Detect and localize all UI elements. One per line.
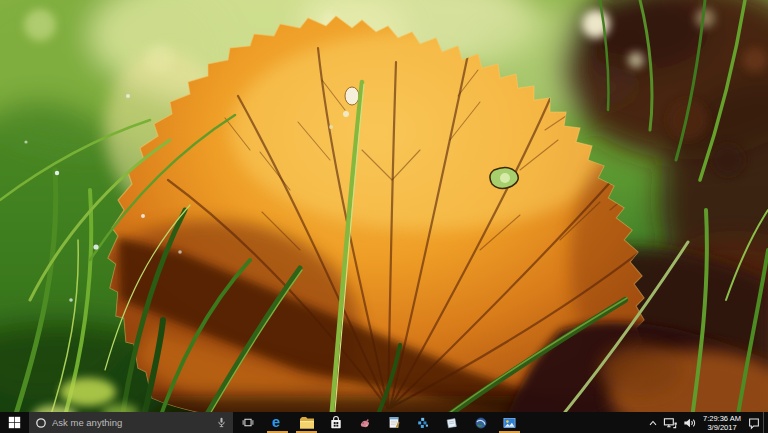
paint-3d-icon xyxy=(357,416,372,430)
desktop: e xyxy=(0,0,768,433)
network-button[interactable] xyxy=(661,412,680,433)
store-icon xyxy=(329,415,343,430)
tray-clock[interactable]: 7:29:36 AM 3/9/2017 xyxy=(699,414,745,432)
taskbar-item-paint-3d[interactable] xyxy=(350,412,379,433)
taskbar-item-file-explorer[interactable] xyxy=(292,412,321,433)
file-explorer-icon xyxy=(299,416,315,430)
windows-logo-icon xyxy=(8,416,21,429)
taskbar-item-3d-builder[interactable] xyxy=(408,412,437,433)
3d-builder-icon xyxy=(415,416,430,430)
network-icon xyxy=(663,416,678,430)
action-center-icon xyxy=(747,416,761,430)
clock-date: 3/9/2017 xyxy=(707,423,736,432)
sticky-notes-icon xyxy=(444,416,459,430)
chevron-up-icon xyxy=(647,417,659,429)
notepad-icon xyxy=(387,415,401,430)
search-input[interactable] xyxy=(52,417,211,428)
taskbar-item-store[interactable] xyxy=(321,412,350,433)
taskbar-item-earth[interactable] xyxy=(466,412,495,433)
volume-icon xyxy=(682,416,697,430)
volume-button[interactable] xyxy=(680,412,699,433)
taskbar: e xyxy=(0,412,768,433)
microphone-icon[interactable] xyxy=(216,416,227,429)
taskbar-item-edge[interactable]: e xyxy=(263,412,292,433)
desktop-wallpaper[interactable] xyxy=(0,0,768,433)
pinned-apps: e xyxy=(263,412,524,433)
globe-icon xyxy=(474,416,488,430)
cortana-circle-icon xyxy=(35,417,47,429)
taskbar-empty-space xyxy=(524,412,645,433)
taskbar-item-photos[interactable] xyxy=(495,412,524,433)
start-button[interactable] xyxy=(0,412,29,433)
system-tray: 7:29:36 AM 3/9/2017 xyxy=(645,412,768,433)
search-box[interactable] xyxy=(29,412,233,433)
task-view-button[interactable] xyxy=(233,412,263,433)
photos-icon xyxy=(502,416,517,430)
task-view-icon xyxy=(241,416,255,429)
action-center-button[interactable] xyxy=(745,412,763,433)
edge-icon: e xyxy=(270,415,285,430)
show-desktop-button[interactable] xyxy=(763,412,768,433)
taskbar-item-sticky-notes[interactable] xyxy=(437,412,466,433)
taskbar-item-notepad[interactable] xyxy=(379,412,408,433)
tray-overflow-button[interactable] xyxy=(645,412,661,433)
svg-text:e: e xyxy=(272,415,280,430)
clock-time: 7:29:36 AM xyxy=(703,414,741,423)
